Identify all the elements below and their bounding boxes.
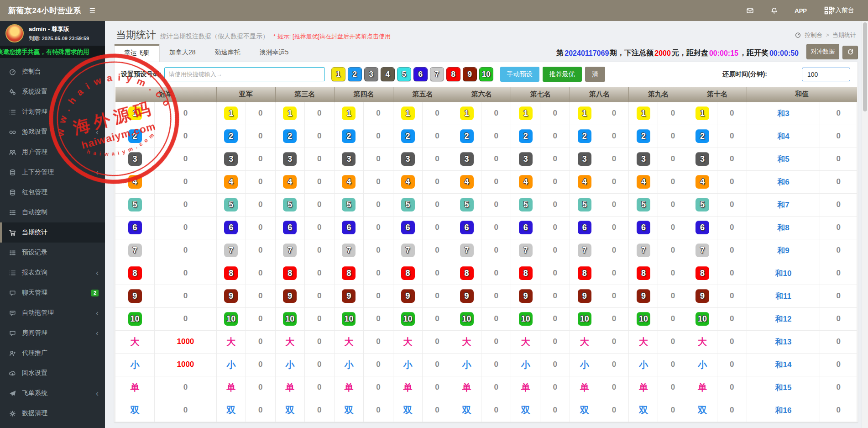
- breadcrumb-home[interactable]: 控制台: [805, 31, 822, 39]
- sidebar-item-cleanup[interactable]: 数据清理: [0, 403, 105, 423]
- bet-amount: 0: [612, 223, 616, 232]
- sidebar-item-auto-bot[interactable]: 自动拖管理‹: [0, 303, 105, 323]
- bet-amount: 0: [553, 177, 557, 186]
- gamepad-icon: [9, 128, 16, 136]
- preset-chip-2[interactable]: 2: [348, 67, 362, 81]
- preset-chip-3[interactable]: 3: [364, 67, 378, 81]
- tab-0[interactable]: 幸运飞艇: [114, 44, 160, 62]
- sidebar-item-updown[interactable]: 上下分管理‹: [0, 162, 105, 182]
- users-icon: [9, 148, 16, 156]
- sum-amount: 0: [836, 406, 840, 414]
- bet-amount: 0: [435, 406, 439, 414]
- sidebar-item-rooms[interactable]: 房间管理‹: [0, 323, 105, 343]
- ball-3: 3: [283, 152, 297, 166]
- chevron-left-icon: ‹: [96, 128, 99, 136]
- preset-input[interactable]: [164, 67, 325, 81]
- sidebar-item-fly-order[interactable]: 飞单系统‹: [0, 383, 105, 403]
- ball-10: 10: [224, 312, 238, 326]
- ball-1: 1: [695, 106, 709, 120]
- scrollbar[interactable]: [862, 21, 868, 428]
- tab-2[interactable]: 劲速摩托: [205, 44, 250, 62]
- ball-7: 7: [695, 243, 709, 257]
- sidebar-item-console[interactable]: 控制台: [0, 62, 105, 82]
- bell-icon[interactable]: [770, 7, 778, 15]
- hedge-data-button[interactable]: 对冲数据: [806, 44, 839, 59]
- sidebar-item-plan[interactable]: 计划管理: [0, 102, 105, 122]
- sidebar-item-label: 红包管理: [22, 188, 47, 196]
- preset-chip-6[interactable]: 6: [413, 67, 428, 81]
- bet-amount: 0: [258, 200, 262, 209]
- cart-icon: [9, 229, 16, 237]
- bet-amount: 0: [730, 406, 734, 414]
- bet-amount: 0: [671, 269, 675, 277]
- mail-icon[interactable]: [746, 7, 754, 15]
- preset-chip-5[interactable]: 5: [397, 67, 411, 81]
- manual-preset-button[interactable]: 手动预设: [500, 67, 539, 82]
- sum-amount: 0: [836, 109, 840, 117]
- ball-9: 9: [283, 289, 297, 303]
- recommend-best-button[interactable]: 推荐最优: [543, 67, 582, 82]
- bet-amount: 0: [553, 223, 557, 232]
- preset-chip-4[interactable]: 4: [381, 67, 395, 81]
- ball-5: 5: [519, 198, 533, 211]
- bet-amount: 0: [376, 406, 380, 414]
- bet-type-label: 小: [462, 359, 471, 370]
- ball-9: 9: [224, 289, 238, 303]
- ball-4: 4: [695, 175, 709, 189]
- sidebar-item-users[interactable]: 用户管理: [0, 142, 105, 162]
- top-navbar: 新葡京24小时营业系 ≡ APP 进入前台: [0, 0, 868, 21]
- sidebar-item-autocontrol[interactable]: 自动控制: [0, 202, 105, 222]
- app-link[interactable]: APP: [795, 7, 807, 14]
- bet-type-label: 双: [639, 405, 648, 415]
- bet-amount: 0: [317, 223, 321, 232]
- ball-7: 7: [224, 243, 238, 257]
- ball-9: 9: [401, 289, 415, 303]
- scrollbar-thumb[interactable]: [863, 22, 867, 111]
- refresh-button[interactable]: [842, 46, 858, 59]
- ball-8: 8: [695, 266, 709, 280]
- bet-amount: 0: [183, 383, 188, 391]
- chevron-left-icon: ‹: [96, 309, 99, 317]
- bet-type-label: 小: [285, 359, 294, 370]
- enter-frontend-link[interactable]: 进入前台: [829, 6, 854, 15]
- preset-chip-1[interactable]: 1: [331, 67, 345, 81]
- sidebar-item-preset-records[interactable]: 预设记录: [0, 243, 105, 263]
- sum-amount: 0: [836, 246, 840, 254]
- bet-amount: 0: [258, 223, 262, 232]
- ball-10: 10: [637, 312, 650, 326]
- bet-amount: 0: [435, 132, 439, 140]
- preset-chip-10[interactable]: 10: [479, 67, 493, 81]
- ball-8: 8: [578, 266, 591, 280]
- ball-10: 10: [401, 312, 415, 326]
- preset-chip-7[interactable]: 7: [430, 67, 444, 81]
- preset-chip-9[interactable]: 9: [463, 67, 477, 81]
- bet-type-label: 大: [131, 337, 140, 347]
- tab-3[interactable]: 澳洲幸运5: [250, 44, 298, 62]
- tab-1[interactable]: 加拿大28: [160, 44, 205, 62]
- sidebar-item-current-stats[interactable]: 当期统计: [0, 222, 105, 243]
- username: admin - 尊享版: [29, 25, 89, 33]
- sidebar-item-reports[interactable]: 报表查询‹: [0, 263, 105, 283]
- ball-1: 1: [401, 106, 415, 120]
- bet-amount: 0: [612, 177, 616, 186]
- bet-amount: 0: [183, 200, 188, 209]
- bet-amount: 0: [730, 360, 734, 369]
- sum-label: 和7: [777, 201, 789, 209]
- sidebar-item-redpacket[interactable]: 红包管理: [0, 182, 105, 202]
- bet-type-label: 小: [698, 359, 707, 370]
- sidebar-item-rebate[interactable]: 回水设置: [0, 363, 105, 383]
- sidebar-item-system[interactable]: 系统设置: [0, 82, 105, 102]
- sidebar-item-chat[interactable]: 聊天管理2: [0, 283, 105, 303]
- rows-icon: [9, 249, 16, 257]
- restore-time-input[interactable]: [802, 68, 850, 81]
- bet-amount: 0: [494, 314, 498, 323]
- sidebar-item-agent[interactable]: 代理推广: [0, 343, 105, 363]
- gauge-icon: [795, 32, 801, 38]
- clear-button[interactable]: 清: [585, 67, 605, 82]
- bet-amount: 0: [553, 246, 557, 254]
- sidebar-item-game[interactable]: 游戏设置‹: [0, 122, 105, 142]
- preset-chip-8[interactable]: 8: [446, 67, 460, 81]
- hamburger-icon[interactable]: ≡: [89, 5, 95, 16]
- bet-amount: 0: [258, 406, 262, 414]
- db-icon: [9, 189, 16, 196]
